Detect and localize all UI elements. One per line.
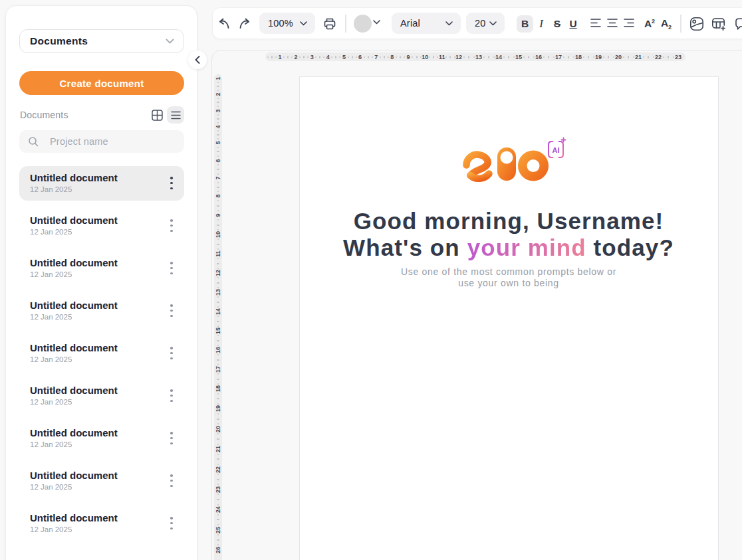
- chevron-down-icon: [373, 20, 380, 25]
- insert-table-button[interactable]: [711, 17, 726, 31]
- document-menu-button[interactable]: [170, 347, 173, 359]
- zoom-select[interactable]: 100%: [259, 13, 315, 34]
- superscript-button[interactable]: A2: [641, 15, 658, 33]
- bold-button[interactable]: B: [517, 15, 533, 33]
- kebab-dot: [170, 437, 173, 440]
- ruler-tick: [613, 56, 614, 58]
- document-date: 12 Jan 2025: [30, 440, 184, 449]
- kebab-dot: [170, 347, 173, 349]
- document-list-item[interactable]: Untitled document12 Jan 2025: [19, 379, 184, 413]
- document-list-item[interactable]: Untitled document12 Jan 2025: [19, 421, 184, 456]
- list-view-icon: [171, 111, 181, 120]
- ruler-tick: [271, 56, 273, 58]
- ruler-tick: [356, 56, 357, 58]
- ruler-tick: [217, 454, 219, 455]
- ruler-tick: [217, 423, 219, 424]
- v-ruler-number: 13: [215, 289, 221, 296]
- ruler-tick: [217, 373, 219, 375]
- strikethrough-button[interactable]: S: [550, 15, 564, 33]
- ruler-tick: [217, 155, 219, 157]
- document-list-item[interactable]: Untitled document12 Jan 2025: [19, 506, 184, 541]
- comment-button[interactable]: [734, 17, 742, 31]
- document-menu-button[interactable]: [170, 432, 173, 444]
- font-size-select[interactable]: 20: [466, 13, 505, 34]
- document-menu-button[interactable]: [170, 219, 173, 232]
- document-list-item[interactable]: Untitled document12 Jan 2025: [19, 464, 184, 498]
- v-ruler-number: 12: [215, 270, 221, 276]
- collection-select[interactable]: Documents: [19, 29, 184, 53]
- align-left-icon: [590, 19, 601, 27]
- create-document-button[interactable]: Create document: [19, 71, 184, 95]
- align-center-icon: [607, 19, 618, 27]
- ruler-tick: [416, 56, 418, 58]
- kebab-dot: [170, 527, 173, 530]
- ruler-tick: [217, 238, 219, 240]
- italic-button[interactable]: I: [535, 15, 548, 33]
- kebab-dot: [170, 177, 173, 179]
- font-family-select[interactable]: Arial: [392, 13, 461, 34]
- document-menu-button[interactable]: [170, 177, 173, 189]
- document-menu-button[interactable]: [170, 389, 173, 402]
- ruler-tick: [400, 56, 401, 58]
- document-list-item[interactable]: Untitled document12 Jan 2025: [19, 251, 184, 286]
- document-menu-button[interactable]: [170, 304, 173, 317]
- image-icon: [689, 17, 704, 31]
- align-left-button[interactable]: [590, 19, 601, 27]
- kebab-dot: [170, 432, 173, 434]
- ruler-tick: [217, 277, 219, 278]
- ruler-tick: [217, 205, 219, 207]
- v-ruler-number: 25: [215, 527, 221, 533]
- document-menu-button[interactable]: [170, 262, 173, 274]
- ruler-tick: [217, 282, 219, 284]
- printer-icon: [323, 17, 336, 31]
- align-center-button[interactable]: [607, 19, 618, 27]
- grid-view-button[interactable]: [148, 106, 166, 124]
- h-ruler-number: 2: [295, 54, 298, 60]
- ruler-tick: [217, 524, 219, 525]
- font-family-value: Arial: [400, 18, 420, 29]
- align-right-button[interactable]: [624, 19, 634, 27]
- document-menu-button[interactable]: [170, 474, 173, 487]
- comment-icon: [734, 17, 742, 31]
- subscript-button[interactable]: A2: [658, 15, 675, 33]
- document-list-item[interactable]: Untitled document12 Jan 2025: [19, 166, 184, 201]
- toolbar-divider: [680, 15, 681, 33]
- h-ruler-number: 14: [495, 54, 502, 60]
- page-subtitle-line2: use your own to being: [299, 278, 718, 289]
- ruler-tick: [523, 56, 525, 58]
- text-color-swatch[interactable]: [354, 15, 372, 33]
- insert-image-button[interactable]: [689, 17, 704, 31]
- ruler-tick: [493, 56, 495, 58]
- h-ruler-number: 23: [675, 54, 681, 60]
- ruler-tick: [217, 182, 219, 183]
- logo-letter-i: [497, 147, 516, 181]
- ruler-tick: [437, 56, 438, 58]
- sidebar-collapse-button[interactable]: [188, 50, 207, 69]
- kebab-dot: [170, 219, 173, 222]
- v-ruler-number: 10: [215, 231, 221, 238]
- list-view-button[interactable]: [167, 106, 184, 124]
- text-color-dropdown[interactable]: [372, 19, 380, 25]
- document-list-item[interactable]: Untitled document12 Jan 2025: [19, 209, 184, 243]
- print-button[interactable]: [322, 17, 337, 31]
- document-title: Untitled document: [30, 342, 184, 353]
- ruler-tick: [449, 56, 451, 58]
- horizontal-ruler[interactable]: 1234567891011121314151617181920212223: [265, 52, 685, 61]
- vertical-ruler[interactable]: 1234567891011121314151617181920212223242…: [214, 74, 222, 560]
- redo-button[interactable]: [237, 17, 251, 31]
- kebab-dot: [170, 187, 173, 190]
- undo-button[interactable]: [218, 17, 231, 31]
- ruler-tick: [217, 219, 219, 221]
- search-input[interactable]: Project name: [19, 130, 184, 153]
- ruler-tick: [217, 335, 219, 336]
- document-list-item[interactable]: Untitled document12 Jan 2025: [19, 336, 184, 371]
- document-menu-button[interactable]: [170, 517, 173, 529]
- ruler-tick: [217, 458, 219, 460]
- v-ruler-number: 14: [215, 308, 221, 315]
- ruler-tick: [648, 56, 649, 58]
- ruler-tick: [603, 56, 604, 58]
- ruler-tick: [217, 173, 219, 175]
- document-list-item[interactable]: Untitled document12 Jan 2025: [19, 294, 184, 328]
- ruler-tick: [217, 134, 219, 136]
- underline-button[interactable]: U: [566, 15, 580, 33]
